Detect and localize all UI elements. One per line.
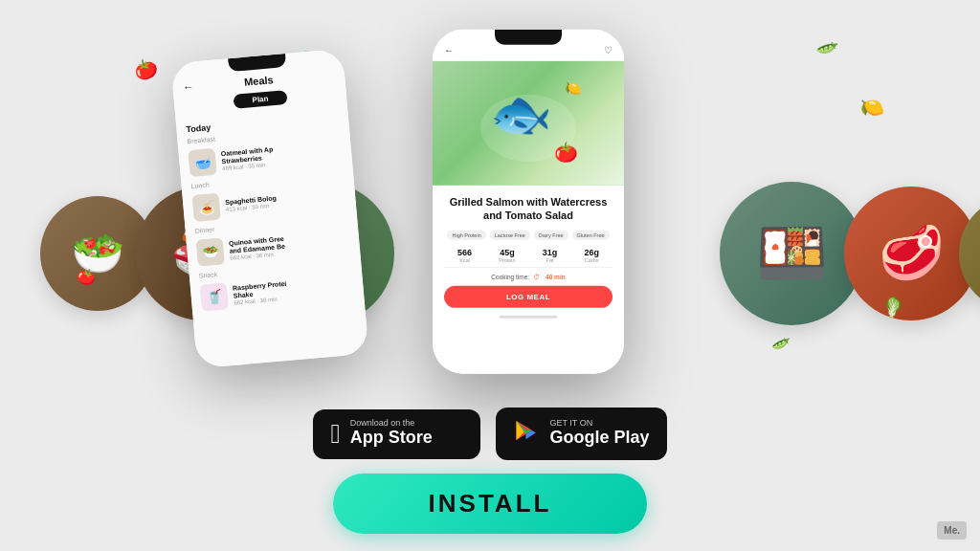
meal-hero-image: 🐟 🍅 🍋 bbox=[433, 61, 624, 186]
cooking-time-label: Cooking time: bbox=[491, 273, 529, 279]
install-button[interactable]: INSTALL bbox=[333, 474, 648, 534]
meal-thumb-dinner: 🥗 bbox=[196, 237, 225, 266]
phone-right: ← ♡ 🐟 🍅 🍋 bbox=[433, 30, 624, 374]
tag-dairy-free: Dairy Free bbox=[534, 230, 568, 239]
google-play-main: Google Play bbox=[549, 428, 649, 449]
app-store-main: App Store bbox=[350, 428, 433, 449]
nutrition-protein: 45g Protein bbox=[499, 247, 515, 262]
google-play-sub: GET IT ON bbox=[549, 419, 649, 428]
nutrition-kcal: 566 Kcal bbox=[457, 247, 472, 262]
install-btn-container: INSTALL bbox=[333, 474, 648, 534]
phone-left-title: Meals bbox=[244, 74, 275, 88]
tag-lactose-free: Lactose Free bbox=[490, 230, 530, 239]
nutrition-fat: 31g Fat bbox=[543, 247, 558, 262]
log-meal-button[interactable]: LOG MEAL bbox=[444, 285, 612, 307]
apple-icon:  bbox=[330, 419, 340, 450]
google-play-button[interactable]: GET IT ON Google Play bbox=[496, 408, 666, 460]
meal-thumb-lunch: 🍝 bbox=[191, 193, 220, 222]
back-arrow-right: ← bbox=[444, 45, 454, 55]
cooking-time: Cooking time: ⏱ 40 min bbox=[444, 273, 612, 279]
meal-thumb-snack: 🥤 bbox=[200, 282, 229, 311]
tag-high-protein: High Protein bbox=[447, 230, 485, 239]
nutrition-row: 566 Kcal 45g Protein 31g Fat 26g bbox=[444, 247, 612, 262]
app-store-button[interactable]:  Download on the App Store bbox=[313, 409, 480, 459]
google-play-icon bbox=[513, 417, 540, 451]
back-arrow-left: ← bbox=[182, 79, 194, 94]
store-buttons-row:  Download on the App Store GET IT ON Go… bbox=[313, 408, 666, 460]
meal-thumb-breakfast: 🥣 bbox=[188, 148, 216, 177]
app-store-sub: Download on the bbox=[350, 419, 433, 428]
tag-gluten-free: Gluten Free bbox=[572, 230, 610, 239]
phone-left: ← Meals Plan Today Breakfast 🥣 Oatmeal w… bbox=[170, 49, 368, 368]
heart-icon: ♡ bbox=[604, 45, 612, 55]
meal-detail-title: Grilled Salmon with Watercress and Tomat… bbox=[444, 195, 612, 223]
tags-row: High Protein Lactose Free Dairy Free Glu… bbox=[444, 230, 612, 239]
nutrition-carbs: 26g Carbs bbox=[584, 247, 599, 262]
cooking-time-value: 40 min bbox=[546, 273, 566, 279]
